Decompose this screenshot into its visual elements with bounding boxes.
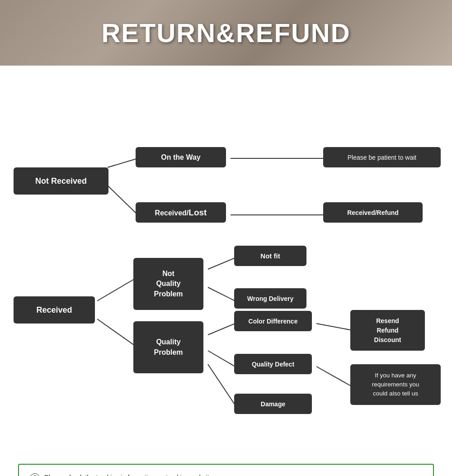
svg-line-10 [208, 364, 235, 405]
quality-defect-node: Quality Defect [234, 354, 312, 374]
info-text-1: Please check the tracking in formation o… [44, 473, 215, 476]
quality-problem-node: Quality Problem [133, 321, 203, 373]
svg-line-5 [97, 319, 136, 346]
flow-container: Not Received On the Way Received/Lost Pl… [9, 79, 452, 450]
please-wait-node: Please be patient to wait [323, 147, 441, 167]
color-diff-node: Color Difference [234, 311, 312, 331]
received-lost-node: Received/Lost [136, 202, 226, 223]
svg-line-9 [208, 351, 235, 367]
svg-line-4 [97, 278, 136, 301]
svg-line-0 [108, 158, 138, 167]
resend-node: Resend Refund Discount [350, 310, 425, 351]
on-the-way-node: On the Way [136, 147, 226, 167]
header: RETURN&REFUND [0, 0, 452, 66]
received-node: Received [14, 296, 95, 324]
wrong-delivery-node: Wrong Delivery [234, 288, 306, 309]
page-title: RETURN&REFUND [101, 18, 350, 48]
info-num-1: ① [30, 473, 40, 476]
svg-line-12 [316, 367, 353, 387]
svg-line-7 [208, 287, 235, 301]
svg-line-11 [316, 324, 353, 330]
not-received-node: Not Received [14, 167, 108, 195]
requirements-node: If you have any requirements you could a… [350, 364, 441, 405]
svg-line-8 [208, 324, 235, 335]
info-item-1: ① Please check the tracking in formation… [30, 473, 422, 476]
not-fit-node: Not fit [234, 246, 306, 266]
flow-diagram: Not Received On the Way Received/Lost Pl… [9, 79, 443, 450]
svg-line-1 [108, 186, 138, 215]
svg-line-6 [208, 258, 235, 269]
not-quality-node: Not Quality Problem [133, 258, 203, 310]
received-refund-node: Received/Refund [323, 202, 423, 223]
damage-node: Damage [234, 394, 312, 414]
main-content: Not Received On the Way Received/Lost Pl… [0, 66, 452, 476]
info-box: ① Please check the tracking in formation… [18, 464, 434, 476]
